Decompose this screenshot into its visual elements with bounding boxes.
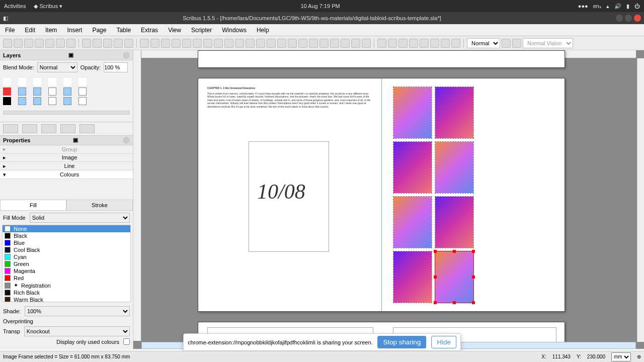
tool-spiral[interactable] <box>224 39 233 48</box>
layer-remove-button[interactable] <box>22 124 37 133</box>
tool-pdf-link[interactable] <box>451 39 460 48</box>
shade-select[interactable]: 100% <box>25 306 130 316</box>
resize-handle[interactable] <box>453 301 456 304</box>
tool-link-frames[interactable] <box>319 39 329 48</box>
layer-add-button[interactable] <box>3 124 18 133</box>
tool-text-frame[interactable] <box>150 39 159 48</box>
layer-scrollbar[interactable] <box>3 111 130 115</box>
ruler-vertical[interactable] <box>133 50 141 341</box>
tool-pdf-button[interactable] <box>377 39 386 48</box>
color-item[interactable]: Blue <box>3 239 130 246</box>
properties-shade-icon[interactable]: ▣ <box>73 137 78 143</box>
resize-handle[interactable] <box>472 250 475 253</box>
tool-pdf-check[interactable] <box>409 39 418 48</box>
resize-handle[interactable] <box>434 250 437 253</box>
app-menu[interactable]: ◆ Scribus ▾ <box>34 3 62 10</box>
image-frame[interactable] <box>393 251 432 303</box>
menu-extras[interactable]: Extras <box>136 27 163 34</box>
minimize-button[interactable] <box>616 15 623 22</box>
image-frame[interactable] <box>435 141 474 194</box>
tool-cut[interactable] <box>103 39 112 48</box>
color-item[interactable]: Magenta <box>3 267 130 275</box>
tool-edit-text[interactable] <box>309 39 318 48</box>
fill-mode-select[interactable]: Solid <box>30 213 130 223</box>
color-item[interactable]: ✦Registration <box>3 282 130 289</box>
tool-table[interactable] <box>182 39 191 48</box>
color-item[interactable]: Warm Black <box>3 296 130 302</box>
resize-handle[interactable] <box>434 276 437 279</box>
layer-print-check[interactable] <box>33 87 41 96</box>
layer-flow-check[interactable] <box>63 97 71 105</box>
color-item[interactable]: Red <box>3 275 130 282</box>
hide-sharing-button[interactable]: Hide <box>431 336 456 348</box>
menu-edit[interactable]: Edit <box>20 27 40 34</box>
layer-flow-check[interactable] <box>63 87 71 96</box>
tool-copy-props[interactable] <box>351 39 360 48</box>
tool-edit-contents[interactable] <box>298 39 307 48</box>
layer-row[interactable] <box>3 87 130 96</box>
menu-page[interactable]: Page <box>87 27 111 34</box>
section-image[interactable]: ▸Image <box>0 154 133 162</box>
network-icon[interactable]: ▴ <box>606 3 609 10</box>
blend-mode-select[interactable]: Normal <box>37 62 77 72</box>
tool-measure[interactable] <box>341 39 350 48</box>
layer-outline-check[interactable] <box>78 87 87 96</box>
date-frame[interactable]: 10/08 <box>249 141 329 252</box>
menu-file[interactable]: File <box>0 27 20 34</box>
resize-handle[interactable] <box>434 301 437 304</box>
tool-open[interactable] <box>14 39 23 48</box>
tool-new[interactable] <box>3 39 12 48</box>
layer-down-button[interactable] <box>79 124 95 133</box>
color-item[interactable]: Green <box>3 260 130 267</box>
color-item[interactable]: Rich Black <box>3 289 130 296</box>
menu-help[interactable]: Help <box>252 27 274 34</box>
menu-table[interactable]: Table <box>111 27 136 34</box>
display-only-used-check[interactable] <box>123 338 130 345</box>
page-spread[interactable]: CHAPTER 1. A Not Unnatural Enterprise Th… <box>198 78 565 312</box>
menu-windows[interactable]: Windows <box>217 27 252 34</box>
tool-pdf-radio[interactable] <box>388 39 397 48</box>
resize-handle[interactable] <box>453 250 456 253</box>
battery-icon[interactable]: ▮ <box>626 3 629 10</box>
tool-rotate[interactable] <box>277 39 286 48</box>
color-item-none[interactable]: None <box>3 225 130 232</box>
maximize-button[interactable] <box>625 15 632 22</box>
layer-visible-check[interactable] <box>18 87 26 96</box>
tool-polygon[interactable] <box>214 39 223 48</box>
layer-row[interactable] <box>3 97 130 105</box>
image-frame[interactable] <box>393 196 432 248</box>
tool-preview-eye[interactable] <box>502 39 511 48</box>
tool-calligraphic[interactable] <box>267 39 276 48</box>
tool-select[interactable] <box>140 39 149 48</box>
tool-undo[interactable] <box>82 39 91 48</box>
tool-print[interactable] <box>45 39 54 48</box>
section-colours[interactable]: ▾Colours <box>0 170 133 179</box>
resize-handle[interactable] <box>472 276 475 279</box>
overprint-select[interactable]: Knockout <box>24 326 130 336</box>
tool-render-frame[interactable] <box>172 39 181 48</box>
tool-image-frame[interactable] <box>161 39 170 48</box>
layer-outline-check[interactable] <box>78 97 87 105</box>
close-button[interactable] <box>634 15 641 22</box>
volume-icon[interactable]: 🔊 <box>614 3 621 10</box>
section-line[interactable]: ▸Line <box>0 162 133 170</box>
tool-redo[interactable] <box>93 39 102 48</box>
tool-pdf-text[interactable] <box>398 39 408 48</box>
tool-arc[interactable] <box>203 39 212 48</box>
layer-color-swatch[interactable] <box>3 87 11 96</box>
tool-pdf-annot[interactable] <box>441 39 450 48</box>
tool-bezier[interactable] <box>246 39 255 48</box>
layer-up-button[interactable] <box>60 124 75 133</box>
stop-sharing-button[interactable]: Stop sharing <box>378 336 427 348</box>
lang-indicator[interactable]: en₁ <box>593 3 601 10</box>
opacity-input[interactable] <box>104 62 128 72</box>
menu-view[interactable]: View <box>163 27 186 34</box>
clock[interactable]: 10 Aug 7:19 PM <box>62 3 578 9</box>
menu-insert[interactable]: Insert <box>62 27 87 34</box>
color-item[interactable]: Black <box>3 232 130 239</box>
color-list[interactable]: None Black Blue Cool Black Cyan Green Ma… <box>2 225 131 302</box>
vision-mode-select[interactable]: Normal Vision <box>523 38 573 48</box>
canvas[interactable]: CHAPTER 1. A Not Unnatural Enterprise Th… <box>133 50 644 349</box>
tool-pdf[interactable] <box>66 39 75 48</box>
image-frame[interactable] <box>393 86 432 139</box>
